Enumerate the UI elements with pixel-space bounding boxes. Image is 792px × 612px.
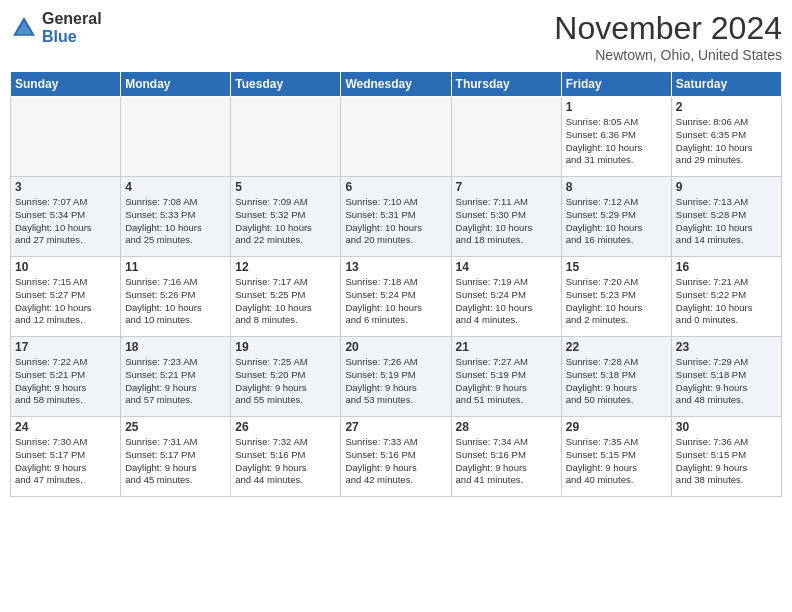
day-number: 2 — [676, 100, 777, 114]
day-number: 18 — [125, 340, 226, 354]
day-info: Sunrise: 7:35 AM Sunset: 5:15 PM Dayligh… — [566, 436, 667, 487]
day-info: Sunrise: 7:08 AM Sunset: 5:33 PM Dayligh… — [125, 196, 226, 247]
day-number: 22 — [566, 340, 667, 354]
title-block: November 2024 Newtown, Ohio, United Stat… — [554, 10, 782, 63]
calendar-header-thursday: Thursday — [451, 72, 561, 97]
day-info: Sunrise: 7:16 AM Sunset: 5:26 PM Dayligh… — [125, 276, 226, 327]
day-number: 10 — [15, 260, 116, 274]
page-header: General Blue November 2024 Newtown, Ohio… — [10, 10, 782, 63]
calendar-cell: 11Sunrise: 7:16 AM Sunset: 5:26 PM Dayli… — [121, 257, 231, 337]
calendar-cell: 15Sunrise: 7:20 AM Sunset: 5:23 PM Dayli… — [561, 257, 671, 337]
calendar-cell: 4Sunrise: 7:08 AM Sunset: 5:33 PM Daylig… — [121, 177, 231, 257]
day-info: Sunrise: 7:17 AM Sunset: 5:25 PM Dayligh… — [235, 276, 336, 327]
day-info: Sunrise: 7:20 AM Sunset: 5:23 PM Dayligh… — [566, 276, 667, 327]
day-number: 30 — [676, 420, 777, 434]
day-number: 7 — [456, 180, 557, 194]
calendar-cell: 29Sunrise: 7:35 AM Sunset: 5:15 PM Dayli… — [561, 417, 671, 497]
day-number: 8 — [566, 180, 667, 194]
calendar-cell: 5Sunrise: 7:09 AM Sunset: 5:32 PM Daylig… — [231, 177, 341, 257]
day-info: Sunrise: 7:34 AM Sunset: 5:16 PM Dayligh… — [456, 436, 557, 487]
day-number: 14 — [456, 260, 557, 274]
day-info: Sunrise: 7:22 AM Sunset: 5:21 PM Dayligh… — [15, 356, 116, 407]
calendar-week-row: 10Sunrise: 7:15 AM Sunset: 5:27 PM Dayli… — [11, 257, 782, 337]
calendar-header-saturday: Saturday — [671, 72, 781, 97]
calendar-cell: 18Sunrise: 7:23 AM Sunset: 5:21 PM Dayli… — [121, 337, 231, 417]
calendar-cell: 1Sunrise: 8:05 AM Sunset: 6:36 PM Daylig… — [561, 97, 671, 177]
calendar-cell: 8Sunrise: 7:12 AM Sunset: 5:29 PM Daylig… — [561, 177, 671, 257]
calendar-cell: 26Sunrise: 7:32 AM Sunset: 5:16 PM Dayli… — [231, 417, 341, 497]
logo-blue: Blue — [42, 28, 102, 46]
day-info: Sunrise: 7:25 AM Sunset: 5:20 PM Dayligh… — [235, 356, 336, 407]
calendar-cell: 21Sunrise: 7:27 AM Sunset: 5:19 PM Dayli… — [451, 337, 561, 417]
calendar-cell: 3Sunrise: 7:07 AM Sunset: 5:34 PM Daylig… — [11, 177, 121, 257]
day-number: 12 — [235, 260, 336, 274]
day-number: 27 — [345, 420, 446, 434]
calendar-header-friday: Friday — [561, 72, 671, 97]
day-number: 1 — [566, 100, 667, 114]
day-info: Sunrise: 7:26 AM Sunset: 5:19 PM Dayligh… — [345, 356, 446, 407]
day-info: Sunrise: 7:27 AM Sunset: 5:19 PM Dayligh… — [456, 356, 557, 407]
calendar-cell: 27Sunrise: 7:33 AM Sunset: 5:16 PM Dayli… — [341, 417, 451, 497]
day-number: 9 — [676, 180, 777, 194]
day-number: 29 — [566, 420, 667, 434]
day-info: Sunrise: 7:33 AM Sunset: 5:16 PM Dayligh… — [345, 436, 446, 487]
day-number: 23 — [676, 340, 777, 354]
day-number: 28 — [456, 420, 557, 434]
calendar-cell: 7Sunrise: 7:11 AM Sunset: 5:30 PM Daylig… — [451, 177, 561, 257]
calendar-cell: 23Sunrise: 7:29 AM Sunset: 5:18 PM Dayli… — [671, 337, 781, 417]
calendar-cell: 17Sunrise: 7:22 AM Sunset: 5:21 PM Dayli… — [11, 337, 121, 417]
day-number: 26 — [235, 420, 336, 434]
day-info: Sunrise: 7:07 AM Sunset: 5:34 PM Dayligh… — [15, 196, 116, 247]
day-number: 25 — [125, 420, 226, 434]
calendar-cell: 22Sunrise: 7:28 AM Sunset: 5:18 PM Dayli… — [561, 337, 671, 417]
calendar-cell: 2Sunrise: 8:06 AM Sunset: 6:35 PM Daylig… — [671, 97, 781, 177]
calendar-week-row: 3Sunrise: 7:07 AM Sunset: 5:34 PM Daylig… — [11, 177, 782, 257]
calendar-week-row: 1Sunrise: 8:05 AM Sunset: 6:36 PM Daylig… — [11, 97, 782, 177]
calendar-cell — [451, 97, 561, 177]
day-number: 3 — [15, 180, 116, 194]
day-number: 16 — [676, 260, 777, 274]
day-number: 6 — [345, 180, 446, 194]
calendar-week-row: 17Sunrise: 7:22 AM Sunset: 5:21 PM Dayli… — [11, 337, 782, 417]
day-info: Sunrise: 7:31 AM Sunset: 5:17 PM Dayligh… — [125, 436, 226, 487]
calendar-cell — [11, 97, 121, 177]
calendar-cell: 16Sunrise: 7:21 AM Sunset: 5:22 PM Dayli… — [671, 257, 781, 337]
calendar-cell — [341, 97, 451, 177]
day-info: Sunrise: 7:19 AM Sunset: 5:24 PM Dayligh… — [456, 276, 557, 327]
day-number: 17 — [15, 340, 116, 354]
calendar-cell: 9Sunrise: 7:13 AM Sunset: 5:28 PM Daylig… — [671, 177, 781, 257]
day-number: 5 — [235, 180, 336, 194]
calendar-header-tuesday: Tuesday — [231, 72, 341, 97]
calendar-cell: 14Sunrise: 7:19 AM Sunset: 5:24 PM Dayli… — [451, 257, 561, 337]
calendar-cell: 19Sunrise: 7:25 AM Sunset: 5:20 PM Dayli… — [231, 337, 341, 417]
day-number: 24 — [15, 420, 116, 434]
day-number: 21 — [456, 340, 557, 354]
day-info: Sunrise: 7:23 AM Sunset: 5:21 PM Dayligh… — [125, 356, 226, 407]
day-info: Sunrise: 7:09 AM Sunset: 5:32 PM Dayligh… — [235, 196, 336, 247]
day-number: 11 — [125, 260, 226, 274]
day-info: Sunrise: 8:05 AM Sunset: 6:36 PM Dayligh… — [566, 116, 667, 167]
day-info: Sunrise: 7:29 AM Sunset: 5:18 PM Dayligh… — [676, 356, 777, 407]
day-info: Sunrise: 7:28 AM Sunset: 5:18 PM Dayligh… — [566, 356, 667, 407]
calendar-cell: 6Sunrise: 7:10 AM Sunset: 5:31 PM Daylig… — [341, 177, 451, 257]
day-number: 15 — [566, 260, 667, 274]
day-number: 19 — [235, 340, 336, 354]
calendar-cell: 20Sunrise: 7:26 AM Sunset: 5:19 PM Dayli… — [341, 337, 451, 417]
calendar-cell: 25Sunrise: 7:31 AM Sunset: 5:17 PM Dayli… — [121, 417, 231, 497]
day-info: Sunrise: 7:13 AM Sunset: 5:28 PM Dayligh… — [676, 196, 777, 247]
calendar-cell — [231, 97, 341, 177]
logo-text: General Blue — [42, 10, 102, 45]
calendar-header-wednesday: Wednesday — [341, 72, 451, 97]
day-number: 4 — [125, 180, 226, 194]
day-number: 13 — [345, 260, 446, 274]
day-number: 20 — [345, 340, 446, 354]
day-info: Sunrise: 7:11 AM Sunset: 5:30 PM Dayligh… — [456, 196, 557, 247]
month-title: November 2024 — [554, 10, 782, 47]
calendar-cell: 30Sunrise: 7:36 AM Sunset: 5:15 PM Dayli… — [671, 417, 781, 497]
day-info: Sunrise: 7:36 AM Sunset: 5:15 PM Dayligh… — [676, 436, 777, 487]
calendar-cell: 13Sunrise: 7:18 AM Sunset: 5:24 PM Dayli… — [341, 257, 451, 337]
calendar-cell: 28Sunrise: 7:34 AM Sunset: 5:16 PM Dayli… — [451, 417, 561, 497]
calendar-header-monday: Monday — [121, 72, 231, 97]
calendar-cell: 24Sunrise: 7:30 AM Sunset: 5:17 PM Dayli… — [11, 417, 121, 497]
calendar-week-row: 24Sunrise: 7:30 AM Sunset: 5:17 PM Dayli… — [11, 417, 782, 497]
